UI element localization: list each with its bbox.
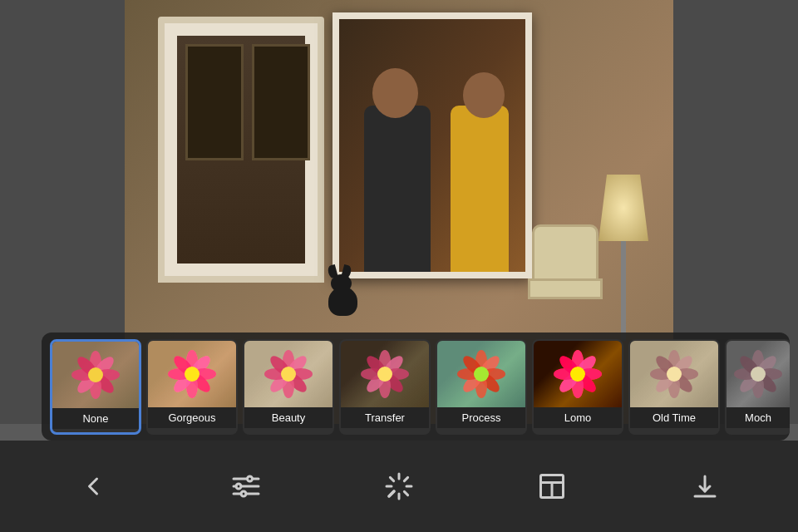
filter-thumbnail-none [52,342,139,408]
filter-item-lomo[interactable]: Lomo [532,339,623,435]
svg-line-83 [390,477,393,480]
person-male [356,39,447,272]
door-frame [158,17,324,283]
filter-label-gorgeous: Gorgeous [148,407,236,428]
lamp-shade [598,175,648,241]
svg-point-35 [377,367,392,382]
filter-item-process[interactable]: Process [436,339,527,435]
chair [524,224,607,324]
filter-label-transfer: Transfer [341,407,429,428]
filter-label-beauty: Beauty [244,407,332,428]
filter-thumbnail-beauty [244,341,332,407]
svg-point-26 [281,367,296,382]
svg-point-8 [88,367,103,382]
magic-button[interactable] [374,461,424,511]
adjust-button[interactable] [221,461,271,511]
filter-thumbnail-gorgeous [148,341,236,407]
back-button[interactable] [68,461,118,511]
filter-strip: NoneGorgeousBeautyTransferProcessLomoOld… [42,332,790,441]
filter-item-gorgeous[interactable]: Gorgeous [146,339,238,435]
svg-line-84 [404,491,407,495]
filter-item-beauty[interactable]: Beauty [243,339,334,435]
filter-label-moch: Moch [727,407,790,428]
filter-item-moch[interactable]: Moch [725,339,790,435]
flower-icon-oldtime [630,341,718,407]
svg-point-53 [570,367,585,382]
filter-label-lomo: Lomo [534,407,622,428]
flower-icon-none [52,342,139,408]
couple-image [339,19,525,272]
frames-button[interactable] [527,461,577,511]
photo-inner [339,19,525,272]
door-panel-right [252,44,310,160]
filter-item-transfer[interactable]: Transfer [339,339,431,435]
filter-thumbnail-lomo [534,341,622,407]
filter-item-oldtime[interactable]: Old Time [628,339,720,435]
filter-thumbnail-process [437,341,525,407]
filter-thumbnail-transfer [341,341,429,407]
filter-label-none: None [52,408,139,429]
lamp [598,175,648,341]
dog-silhouette [324,266,366,316]
filter-item-none[interactable]: None [50,339,141,435]
flower-icon-beauty [244,341,332,407]
svg-point-17 [185,367,200,382]
flower-icon-process [437,341,525,407]
flower-icon-transfer [341,341,429,407]
svg-point-71 [751,367,766,382]
svg-point-44 [474,367,489,382]
filter-label-oldtime: Old Time [630,407,718,428]
male-head [372,68,418,118]
person-female [442,81,509,272]
male-body [364,106,431,272]
dog-body [328,287,357,316]
door-inner [177,36,305,264]
filter-thumbnail-moch [727,341,790,407]
svg-point-62 [667,367,682,382]
flower-icon-gorgeous [148,341,236,407]
lamp-pole [621,241,626,341]
filter-thumbnail-oldtime [630,341,718,407]
photo-frame [332,12,532,278]
door-panel-left [185,44,244,160]
flower-icon-lomo [534,341,622,407]
filter-label-process: Process [437,407,525,428]
bottom-toolbar [0,441,798,532]
chair-seat [528,278,603,299]
female-head [463,72,505,118]
female-body [451,106,509,272]
save-button[interactable] [680,461,730,511]
svg-line-88 [404,477,407,480]
flower-icon-moch [727,341,790,407]
